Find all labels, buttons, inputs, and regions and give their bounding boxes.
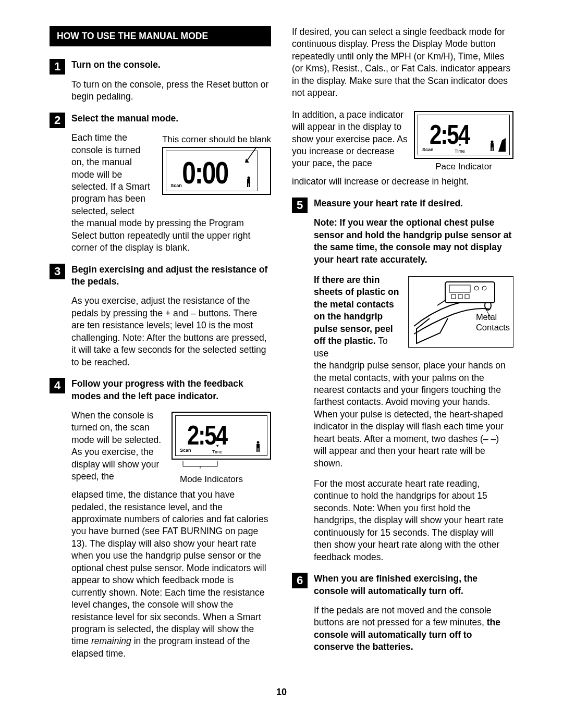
left-column: HOW TO USE THE MANUAL MODE 1 Turn on the… [50, 26, 271, 669]
step-body: To turn on the console, press the Reset … [71, 79, 271, 103]
svg-rect-5 [249, 183, 250, 187]
time-label: Time [455, 148, 465, 154]
figure-caption: Pace Indicator [414, 161, 513, 173]
arrow-icon [245, 146, 261, 167]
step-6-plain: If the pedals are not moved and the cons… [314, 605, 492, 627]
step-number: 2 [50, 113, 65, 128]
scan-label: Scan [422, 146, 434, 153]
page-number: 10 [50, 687, 513, 698]
manual-page: HOW TO USE THE MANUAL MODE 1 Turn on the… [0, 0, 563, 719]
svg-rect-3 [247, 179, 250, 183]
step-lead-text: Each time the console is turned on, the … [71, 132, 150, 216]
svg-rect-8 [256, 448, 258, 452]
step-body: As you exercise, adjust the resistance o… [71, 295, 271, 368]
step-title: Measure your heart rate if desired. [314, 198, 513, 209]
svg-rect-7 [256, 444, 260, 448]
pace-bars-icon [497, 137, 507, 153]
step-body: If the pedals are not moved and the cons… [314, 604, 513, 653]
svg-rect-16 [491, 147, 492, 151]
svg-point-14 [491, 140, 494, 143]
display-readout: 2:54 [430, 116, 469, 153]
step-number: 4 [50, 378, 65, 393]
display-figure-blank-corner: This corner should be blank 0:00 Scan [162, 134, 271, 195]
svg-rect-15 [491, 143, 494, 147]
person-icon [488, 140, 496, 152]
para3-lead: In addition, a pace indicator will appea… [292, 109, 408, 169]
two-column-layout: HOW TO USE THE MANUAL MODE 1 Turn on the… [50, 26, 513, 669]
metal-contacts-label: Metal Contacts [476, 312, 510, 333]
step-number: 6 [292, 573, 308, 588]
italic-word: remaining [91, 636, 131, 646]
handgrip-figure: Metal Contacts [408, 276, 513, 348]
display-figure-mode-indicators: 2:54 Scan ♥ Time [172, 412, 271, 486]
step-number: 5 [292, 198, 308, 213]
step-5-para2: For the most accurate heart rate reading… [314, 478, 513, 563]
svg-point-2 [248, 177, 250, 179]
display-figure-pace-indicator: 2:54 Scan ♥ Time [414, 111, 513, 173]
svg-rect-17 [493, 147, 494, 151]
step-title: Turn on the console. [71, 59, 271, 71]
svg-rect-9 [259, 448, 260, 452]
step-body: Note: If you wear the optional chest pul… [314, 217, 513, 563]
step-body: This corner should be blank 0:00 Scan [71, 132, 271, 254]
figure-caption: Mode Indicators [172, 474, 271, 486]
right-column: If desired, you can select a single feed… [292, 26, 513, 669]
display-readout: 0:00 [182, 152, 228, 194]
section-header: HOW TO USE THE MANUAL MODE [50, 26, 271, 46]
time-label: Time [212, 449, 223, 455]
indicator-lines [172, 461, 271, 468]
svg-rect-4 [247, 183, 248, 187]
display-readout: 2:54 [187, 417, 227, 453]
figure-caption: This corner should be blank [162, 134, 271, 145]
step-3: 3 Begin exercising and adjust the resist… [50, 264, 271, 369]
step-tail-text: the manual mode by pressing the Program … [71, 218, 250, 253]
step-title: When you are finished exercising, the co… [314, 573, 513, 597]
step-title: Follow your progress with the feedback m… [71, 378, 271, 402]
person-icon [245, 176, 252, 188]
step-tail-text-1: elapsed time, the distance that you have… [71, 489, 268, 646]
step-2: 2 Select the manual mode. This corner sh… [50, 113, 271, 254]
scan-label: Scan [180, 447, 191, 453]
step-4-continued-para2: If desired, you can select a single feed… [292, 26, 513, 100]
svg-line-0 [247, 147, 256, 161]
svg-marker-18 [498, 138, 506, 152]
svg-point-6 [257, 441, 260, 443]
para3-tail: indicator will increase or decrease in h… [292, 176, 469, 187]
step-number: 1 [50, 59, 65, 75]
step-5: 5 Measure your heart rate if desired. No… [292, 198, 513, 563]
step-number: 3 [50, 264, 65, 279]
step-5-tail: the handgrip pulse sensor, place your ha… [314, 360, 506, 468]
step-title: Begin exercising and adjust the resistan… [71, 264, 271, 288]
scan-label: Scan [170, 182, 182, 189]
step-4-continued-para3: 2:54 Scan ♥ Time [292, 109, 513, 188]
step-lead-text: When the console is turned on, the scan … [71, 410, 161, 482]
step-4: 4 Follow your progress with the feedback… [50, 378, 271, 660]
step-6: 6 When you are finished exercising, the … [292, 573, 513, 653]
step-title: Select the manual mode. [71, 113, 271, 125]
person-icon [254, 441, 262, 452]
step-body: 2:54 Scan ♥ Time [71, 410, 271, 660]
step-1: 1 Turn on the console. To turn on the co… [50, 59, 271, 103]
step-5-note: Note: If you wear the optional chest pul… [314, 217, 513, 266]
